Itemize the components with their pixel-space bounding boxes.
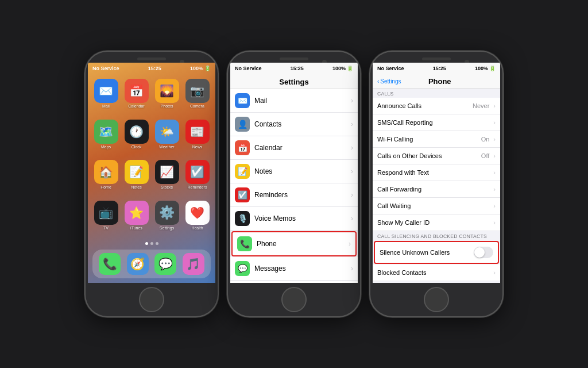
home-button-3[interactable] (424, 287, 449, 312)
phone-nav-bar: ‹ Settings Phone (373, 74, 500, 89)
home-button-2[interactable] (281, 287, 307, 312)
dock-messages[interactable]: 💬 (154, 253, 176, 275)
setting-wifi-calling[interactable]: Wi-Fi Calling On › (373, 131, 500, 148)
status-battery-2: 100%🔋 (332, 66, 353, 71)
iphone-1: No Service 15:25 100% 🔋 ✉️ Mail 📅 (86, 52, 218, 316)
page-dots (88, 240, 215, 247)
speaker-2 (280, 57, 308, 60)
setting-calls-other-devices[interactable]: Calls on Other Devices Off › (373, 148, 500, 164)
section-header-calls: CALLS (373, 89, 500, 98)
settings-item-messages[interactable]: 💬 Messages › (230, 257, 358, 281)
toggle-silence-unknown[interactable] (474, 247, 493, 258)
app-itunes[interactable]: ⭐ iTunes (124, 201, 149, 236)
app-grid: ✉️ Mail 📅 Calendar 🌄 Photos (88, 74, 215, 240)
app-home[interactable]: 🏠 Home (94, 160, 118, 195)
dock: 📞 🧭 💬 🎵 (92, 250, 211, 278)
setting-caller-id[interactable]: Show My Caller ID › (373, 214, 500, 231)
iphone-3-top (370, 52, 502, 63)
dock-phone[interactable]: 📞 (99, 253, 121, 275)
app-clock[interactable]: 🕐 Clock (124, 120, 149, 155)
speaker-3 (422, 57, 451, 60)
settings-item-mail[interactable]: ✉️ Mail › (230, 89, 358, 113)
status-carrier-1: No Service (92, 66, 119, 71)
app-stocks[interactable]: 📈 Stocks (154, 160, 179, 195)
app-weather[interactable]: 🌤️ Weather (154, 120, 179, 155)
settings-item-calendar[interactable]: 📅 Calendar › (230, 136, 358, 160)
iphone-2-bottom (228, 283, 360, 316)
home-button-1[interactable] (139, 287, 164, 312)
iphone-1-bottom (86, 283, 218, 316)
scene: No Service 15:25 100% 🔋 ✉️ Mail 📅 (0, 0, 588, 368)
iphone-3: No Service 15:25 100%🔋 ‹ Settings Phone … (370, 52, 502, 316)
setting-call-waiting[interactable]: Call Waiting › (373, 198, 500, 214)
app-photos[interactable]: 🌄 Photos (154, 79, 179, 114)
settings-item-reminders[interactable]: ☑️ Reminders › (230, 183, 358, 207)
app-maps[interactable]: 🗺️ Maps (94, 120, 118, 155)
iphone-3-bottom (370, 283, 502, 316)
section-header-dial (373, 281, 500, 283)
iphone-2-top (228, 52, 360, 63)
settings-nav-title: Settings (230, 74, 358, 89)
status-bar-3: No Service 15:25 100%🔋 (373, 63, 500, 74)
setting-blocked-contacts[interactable]: Blocked Contacts › (373, 264, 500, 281)
iphone-1-top (86, 52, 218, 63)
app-tv[interactable]: 📺 TV (94, 201, 118, 236)
status-time-2: 15:25 (291, 66, 304, 71)
status-battery-3: 100%🔋 (475, 66, 496, 71)
settings-item-phone[interactable]: 📞 Phone › (231, 231, 357, 256)
app-settings-gear[interactable]: ⚙️ ⚙️ Settings (154, 201, 179, 236)
back-button[interactable]: ‹ Settings (377, 78, 401, 85)
section-header-silencing: CALL SILENCING AND BLOCKED CONTACTS (373, 231, 500, 240)
iphone-2: No Service 15:25 100%🔋 Settings ✉️ Mail … (228, 52, 360, 316)
app-calendar[interactable]: 📅 Calendar (124, 79, 149, 114)
app-mail[interactable]: ✉️ Mail (94, 79, 118, 114)
dot-2 (150, 242, 153, 245)
app-health[interactable]: ❤️ Health (185, 201, 210, 236)
dock-safari[interactable]: 🧭 (127, 253, 149, 275)
setting-silence-unknown[interactable]: Silence Unknown Callers (374, 241, 499, 264)
speaker-1 (137, 57, 166, 60)
status-carrier-3: No Service (377, 66, 404, 71)
setting-announce-calls[interactable]: Announce Calls Never › (373, 98, 500, 114)
dot-1 (145, 242, 148, 245)
status-battery-1: 100% 🔋 (190, 66, 211, 71)
settings-item-contacts[interactable]: 👤 Contacts › (230, 113, 358, 136)
dot-3 (156, 242, 158, 245)
phone-nav-title: Phone (401, 77, 478, 86)
phone-settings-screen: No Service 15:25 100%🔋 ‹ Settings Phone … (373, 63, 500, 283)
dock-music[interactable]: 🎵 (183, 253, 204, 275)
app-reminders[interactable]: ☑️ Reminders (185, 160, 210, 195)
settings-item-notes[interactable]: 📝 Notes › (230, 160, 358, 183)
setting-sms-reporting[interactable]: SMS/Call Reporting › (373, 114, 500, 131)
home-screen: No Service 15:25 100% 🔋 ✉️ Mail 📅 (88, 63, 215, 283)
settings-item-voicememos[interactable]: 🎙️ Voice Memos › (230, 207, 358, 231)
settings-screen: No Service 15:25 100%🔋 Settings ✉️ Mail … (230, 63, 358, 283)
status-bar-2: No Service 15:25 100%🔋 (230, 63, 358, 74)
settings-list: ✉️ Mail › 👤 Contacts › 📅 Calendar › (230, 89, 358, 283)
status-carrier-2: No Service (235, 66, 262, 71)
status-time-1: 15:25 (148, 66, 161, 71)
settings-item-facetime[interactable]: 📹 FaceTime › (230, 281, 358, 283)
setting-call-forwarding[interactable]: Call Forwarding › (373, 181, 500, 198)
iphone-2-screen: No Service 15:25 100%🔋 Settings ✉️ Mail … (230, 63, 358, 283)
status-bar-1: No Service 15:25 100% 🔋 (88, 63, 215, 74)
setting-respond-text[interactable]: Respond with Text › (373, 164, 500, 181)
app-news[interactable]: 📰 News (185, 120, 210, 155)
app-camera[interactable]: 📷 Camera (185, 79, 210, 114)
iphone-1-screen: No Service 15:25 100% 🔋 ✉️ Mail 📅 (88, 63, 215, 283)
status-time-3: 15:25 (433, 66, 446, 71)
iphone-3-screen: No Service 15:25 100%🔋 ‹ Settings Phone … (373, 63, 500, 283)
gear-focus-ring: ⚙️ (155, 201, 179, 225)
app-notes[interactable]: 📝 Notes (124, 160, 149, 195)
